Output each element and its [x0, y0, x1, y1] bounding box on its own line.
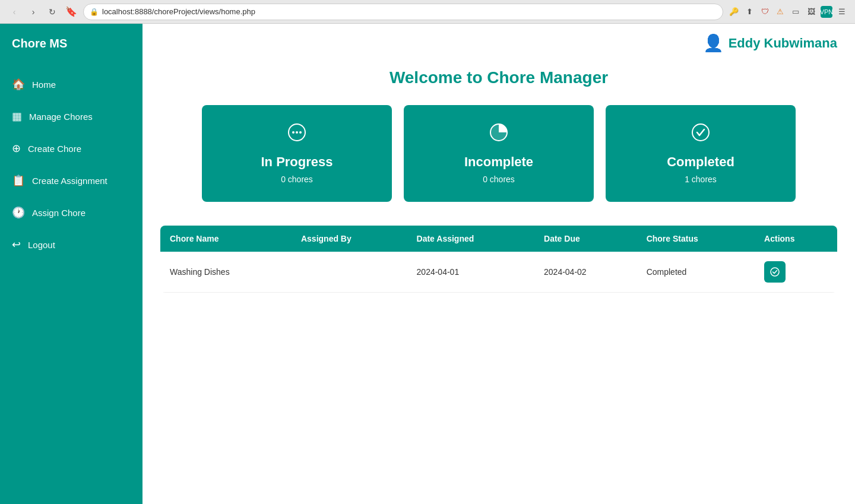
grid-icon: ▦: [12, 110, 22, 123]
browser-chrome: ‹ › ↻ 🔖 🔒 localhost:8888/choreProject/vi…: [0, 0, 855, 24]
card-completed-title: Completed: [667, 154, 734, 170]
card-incomplete[interactable]: Incomplete 0 chores: [404, 105, 594, 202]
svg-point-2: [296, 131, 298, 134]
screenshot-icon[interactable]: 🖼: [805, 6, 817, 18]
cell-assigned-by: [292, 252, 407, 293]
share-icon[interactable]: ⬆: [743, 6, 755, 18]
sidebar-toggle-icon[interactable]: ▭: [790, 6, 802, 18]
plus-circle-icon: ⊕: [12, 142, 21, 155]
sidebar-label-assign-chore: Assign Chore: [32, 208, 86, 218]
cell-date-assigned: 2024-04-01: [407, 252, 534, 293]
table-header: Chore Name Assigned By Date Assigned Dat…: [160, 226, 837, 252]
cell-date-due: 2024-04-02: [534, 252, 637, 293]
col-actions: Actions: [755, 226, 837, 252]
card-incomplete-count: 0 chores: [483, 175, 515, 184]
table-row: Washing Dishes 2024-04-01 2024-04-02 Com…: [160, 252, 837, 293]
table-body: Washing Dishes 2024-04-01 2024-04-02 Com…: [160, 252, 837, 293]
svg-point-1: [292, 131, 294, 134]
card-completed-count: 1 chores: [685, 175, 717, 184]
logout-icon: ↩: [12, 238, 21, 251]
svg-point-7: [771, 268, 779, 276]
sidebar: Chore MS 🏠 Home ▦ Manage Chores ⊕ Create…: [0, 24, 142, 504]
sidebar-label-logout: Logout: [28, 240, 55, 250]
clipboard-icon: 📋: [12, 174, 25, 187]
cell-chore-name: Washing Dishes: [160, 252, 292, 293]
lock-icon: 🔒: [90, 8, 99, 16]
cards-section: In Progress 0 chores Incomplete 0 chores: [142, 105, 855, 202]
forward-button[interactable]: ›: [26, 5, 40, 19]
incomplete-icon: [489, 123, 508, 146]
view-action-button[interactable]: [764, 261, 786, 283]
card-incomplete-title: Incomplete: [464, 154, 533, 170]
user-name: Eddy Kubwimana: [729, 36, 837, 51]
main-content: 👤 Eddy Kubwimana Welcome to Chore Manage…: [142, 24, 855, 504]
completed-icon: [691, 123, 710, 146]
key-icon[interactable]: 🔑: [728, 6, 740, 18]
sidebar-label-create-chore: Create Chore: [28, 144, 81, 154]
card-in-progress-title: In Progress: [261, 154, 332, 170]
col-date-assigned: Date Assigned: [407, 226, 534, 252]
bookmark-icon: 🔖: [65, 6, 77, 17]
svg-point-3: [299, 131, 302, 134]
card-in-progress-count: 0 chores: [281, 175, 313, 184]
sidebar-label-create-assignment: Create Assignment: [32, 176, 107, 186]
vpn-icon[interactable]: VPN: [821, 6, 832, 18]
sidebar-item-create-chore[interactable]: ⊕ Create Chore: [0, 134, 142, 163]
sidebar-label-manage-chores: Manage Chores: [29, 112, 93, 122]
app-container: Chore MS 🏠 Home ▦ Manage Chores ⊕ Create…: [0, 24, 855, 504]
sidebar-item-home[interactable]: 🏠 Home: [0, 69, 142, 99]
sidebar-item-logout[interactable]: ↩ Logout: [0, 230, 142, 259]
action-buttons: [764, 261, 828, 283]
sidebar-label-home: Home: [32, 80, 56, 90]
card-in-progress[interactable]: In Progress 0 chores: [202, 105, 392, 202]
col-date-due: Date Due: [534, 226, 637, 252]
sidebar-item-assign-chore[interactable]: 🕐 Assign Chore: [0, 198, 142, 227]
home-icon: 🏠: [12, 78, 25, 91]
sidebar-item-manage-chores[interactable]: ▦ Manage Chores: [0, 102, 142, 131]
menu-icon[interactable]: ☰: [836, 6, 848, 18]
user-avatar-icon: 👤: [703, 33, 724, 53]
alert-icon: ⚠: [774, 6, 786, 18]
address-bar[interactable]: 🔒 localhost:8888/choreProject/views/home…: [83, 4, 723, 20]
browser-actions: 🔑 ⬆ 🛡 ⚠ ▭ 🖼 VPN ☰: [728, 6, 848, 18]
col-assigned-by: Assigned By: [292, 226, 407, 252]
chore-table: Chore Name Assigned By Date Assigned Dat…: [160, 226, 837, 293]
sidebar-item-create-assignment[interactable]: 📋 Create Assignment: [0, 166, 142, 195]
in-progress-icon: [287, 123, 306, 146]
sidebar-nav: 🏠 Home ▦ Manage Chores ⊕ Create Chore 📋 …: [0, 64, 142, 265]
page-title: Welcome to Chore Manager: [142, 62, 855, 87]
url-text: localhost:8888/choreProject/views/home.p…: [102, 7, 255, 16]
table-section: Chore Name Assigned By Date Assigned Dat…: [142, 226, 855, 310]
clock-icon: 🕐: [12, 206, 25, 219]
back-button[interactable]: ‹: [7, 5, 21, 19]
svg-point-6: [692, 124, 709, 141]
reload-button[interactable]: ↻: [45, 5, 59, 19]
sidebar-brand: Chore MS: [0, 24, 142, 64]
card-completed[interactable]: Completed 1 chores: [606, 105, 796, 202]
brave-icon: 🛡: [759, 6, 771, 18]
user-info: 👤 Eddy Kubwimana: [703, 33, 837, 53]
cell-actions: [755, 252, 837, 293]
col-chore-status: Chore Status: [637, 226, 755, 252]
main-header: 👤 Eddy Kubwimana: [142, 24, 855, 62]
cell-status: Completed: [637, 252, 755, 293]
col-chore-name: Chore Name: [160, 226, 292, 252]
